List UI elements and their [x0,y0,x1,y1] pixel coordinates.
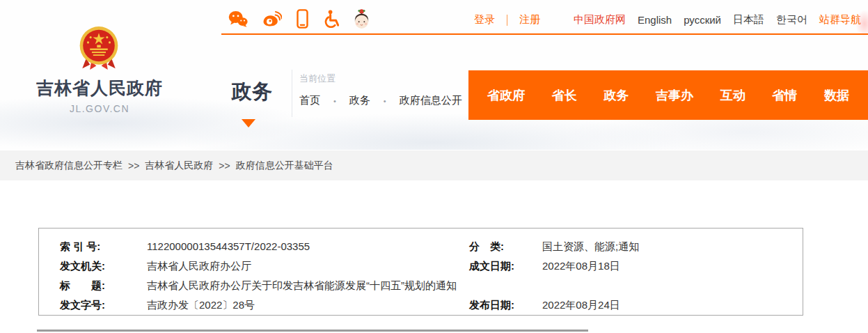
doc-number-label: 发文字号: [60,295,147,315]
lang-japanese-link[interactable]: 日本語 [733,13,764,26]
login-link[interactable]: 登录 [474,13,495,26]
weibo-icon[interactable] [262,10,282,27]
gov-cn-link[interactable]: 中国政府网 [574,13,626,26]
breadcrumb-zhengwu[interactable]: 政务 [349,94,370,107]
site-domain: JL.GOV.CN [23,103,176,114]
table-row: 标 题: 吉林省人民政府办公厅关于印发吉林省能源发展“十四五”规划的通知 [60,276,803,295]
main-nav: 省政府 省长 政务 吉事办 互动 省情 数据 [468,70,868,120]
national-emblem-logo[interactable] [77,25,120,75]
site-group-nav-link[interactable]: 站群导航 [819,13,861,26]
date-written-label: 成文日期: [469,256,542,276]
nav-item-province-info[interactable]: 省情 [772,87,797,104]
social-icon-bar [228,8,370,29]
accessibility-icon[interactable] [323,9,339,28]
header-accent-line [221,33,868,35]
page: 登录 注册 中国政府网 English русский 日本語 한국어 站群导航 [0,0,868,333]
breadcrumb-info-disclosure[interactable]: 政府信息公开 [400,94,462,107]
platform-crumb-special-column[interactable]: 吉林省政府信息公开专栏 [15,160,123,172]
nav-item-data[interactable]: 数据 [824,87,849,104]
publish-date-value: 2022年08月24日 [542,295,803,315]
current-location-label: 当前位置 [299,72,336,85]
lang-russian-link[interactable]: русский [684,14,721,26]
nav-item-governor[interactable]: 省长 [552,87,577,104]
date-written-value: 2022年08月18日 [542,256,803,276]
breadcrumb-dot-icon: • [384,97,386,105]
index-number-label: 索 引 号: [60,237,147,256]
issuing-agency-label: 发文机关: [60,256,147,276]
header-vertical-divider [292,70,292,117]
site-header: 登录 注册 中国政府网 English русский 日本語 한국어 站群导航 [0,0,868,150]
mobile-icon[interactable] [297,9,308,29]
platform-crumb-separator: >> [128,160,139,171]
table-row: 发文字号: 吉政办发〔2022〕28号 发布日期: 2022年08月24日 [60,295,803,315]
nav-item-provincial-gov[interactable]: 省政府 [487,87,525,104]
nav-item-interaction[interactable]: 互动 [720,87,745,104]
section-title-zhengwu: 政务 [232,78,272,106]
breadcrumb-home[interactable]: 首页 [299,94,320,107]
platform-crumb-separator: >> [219,160,230,171]
wechat-icon[interactable] [228,10,248,27]
issuing-agency-value: 吉林省人民政府办公厅 [147,256,469,276]
nav-item-zhengwu[interactable]: 政务 [603,87,629,104]
category-value: 国土资源、能源;通知 [542,237,803,256]
doc-info-table: 索 引 号: 11220000013544357T/2022-03355 分 类… [38,228,803,316]
login-register-divider [507,15,507,26]
breadcrumb-dot-icon: • [333,97,336,105]
site-title: 吉林省人民政府 [23,77,176,100]
index-number-value: 11220000013544357T/2022-03355 [147,237,469,256]
lang-korean-link[interactable]: 한국어 [776,13,807,26]
platform-breadcrumb-bar: 吉林省政府信息公开专栏 >> 吉林省人民政府 >> 政府信息公开基础平台 [0,150,868,180]
top-link-bar: 登录 注册 中国政府网 English русский 日本語 한국어 站群导航 [474,13,861,26]
platform-crumb-base-platform[interactable]: 政府信息公开基础平台 [236,160,333,172]
table-row: 索 引 号: 11220000013544357T/2022-03355 分 类… [60,237,803,256]
category-label: 分 类: [469,237,542,256]
register-link[interactable]: 注册 [519,13,540,26]
publish-date-label: 发布日期: [469,295,542,315]
caret-down-icon [242,119,255,127]
bottom-divider-rule [37,330,588,332]
breadcrumb: 首页 • 政务 • 政府信息公开 [299,94,462,107]
mascot-icon[interactable] [354,8,370,29]
lang-english-link[interactable]: English [638,14,672,26]
title-value: 吉林省人民政府办公厅关于印发吉林省能源发展“十四五”规划的通知 [147,276,803,295]
table-row: 发文机关: 吉林省人民政府办公厅 成文日期: 2022年08月18日 [60,256,803,276]
platform-crumb-provincial-gov[interactable]: 吉林省人民政府 [145,160,213,172]
nav-item-jishiban[interactable]: 吉事办 [656,87,693,104]
title-label: 标 题: [60,276,147,295]
doc-number-value: 吉政办发〔2022〕28号 [147,295,469,315]
